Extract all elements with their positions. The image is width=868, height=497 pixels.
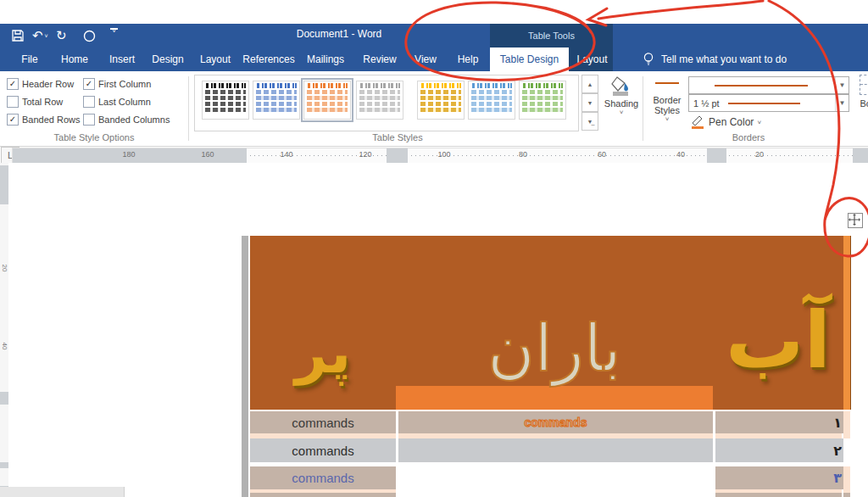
table-styles-gallery — [194, 75, 579, 131]
table-cell-spacer[interactable] — [250, 493, 396, 497]
redo-icon[interactable]: ↻ — [56, 28, 67, 43]
table-style-thumb-green-style[interactable] — [519, 81, 566, 120]
table-cell-spacer[interactable] — [398, 438, 713, 462]
checkbox-box[interactable] — [83, 114, 95, 126]
header-cell[interactable]: پر — [250, 236, 396, 393]
checkbox-banded-columns[interactable]: Banded Columns — [83, 114, 170, 126]
table-cell[interactable]: commands — [398, 411, 713, 433]
cell-text: ١ — [833, 415, 842, 431]
tell-me-box[interactable]: Tell me what you want to do — [643, 47, 787, 71]
header-cell[interactable]: آب — [713, 236, 843, 393]
save-icon[interactable] — [12, 28, 24, 43]
checkbox-total-row[interactable]: Total Row — [7, 96, 63, 108]
checkbox-label: First Column — [98, 79, 151, 89]
cell-text: ٣ — [833, 470, 842, 486]
word-window: Table Tools Document1 - Word ↶˅ ↻ ˅ File… — [0, 0, 868, 497]
table-move-handle-icon[interactable] — [848, 213, 863, 228]
lightbulb-icon — [643, 52, 654, 67]
border-styles-button[interactable]: Border Styles ˅ — [647, 76, 687, 123]
gallery-more-button[interactable]: ▼̲ — [581, 112, 598, 131]
tab-references[interactable]: References — [239, 47, 298, 71]
table-cell-spacer[interactable] — [843, 411, 850, 433]
gallery-scroll-down[interactable]: ▼ — [581, 93, 598, 112]
checkbox-header-row[interactable]: ✓Header Row — [7, 78, 74, 90]
red-arrow-head — [588, 8, 607, 25]
table-style-thumb-orange-style[interactable] — [303, 81, 351, 120]
tab-help[interactable]: Help — [449, 47, 487, 71]
table-edge-strip — [843, 236, 851, 410]
cell-text: commands — [525, 416, 587, 429]
title-bar — [0, 24, 868, 47]
table-cell-spacer[interactable] — [843, 493, 850, 497]
table-cell[interactable]: ٣ — [715, 466, 850, 489]
pen-color-icon — [690, 115, 704, 129]
undo-icon[interactable]: ↶˅ — [32, 28, 48, 43]
dropdown-arrow-icon[interactable]: ▼ — [835, 77, 849, 93]
horizontal-ruler[interactable]: 18016014012010080604020 — [12, 148, 868, 164]
table-cell[interactable]: ٢ — [715, 438, 850, 462]
table-style-thumb-blue-style[interactable] — [253, 81, 300, 120]
tab-table-design[interactable]: Table Design — [490, 47, 569, 71]
table-tools-label: Table Tools — [490, 24, 613, 47]
checkbox-box[interactable]: ✓ — [83, 78, 95, 90]
tab-home[interactable]: Home — [51, 47, 98, 71]
cell-text: commands — [292, 416, 353, 430]
tab-insert[interactable]: Insert — [100, 47, 144, 71]
ribbon: ✓Header Row✓First ColumnTotal RowLast Co… — [0, 71, 868, 147]
group-label-table-style-options: Table Style Options — [7, 132, 181, 142]
table-left-gutter — [242, 236, 248, 497]
table-cell[interactable]: commands — [250, 438, 396, 462]
tab-layout[interactable]: Layout — [568, 47, 616, 71]
tab-design[interactable]: Design — [144, 47, 192, 71]
table-cell[interactable]: commands — [250, 466, 396, 489]
tab-layout[interactable]: Layout — [192, 47, 239, 71]
cell-text: commands — [292, 444, 353, 458]
header-cell[interactable]: باران — [396, 236, 713, 393]
checkbox-box[interactable] — [83, 96, 95, 108]
table-cell[interactable]: ١ — [715, 411, 850, 433]
border-style-sample — [653, 76, 682, 90]
cell-text: commands — [292, 471, 353, 485]
checkbox-label: Banded Rows — [22, 114, 81, 125]
group-label-borders: Borders — [647, 132, 850, 142]
pen-weight-combo[interactable]: 1 ½ pt ▼ — [688, 94, 849, 112]
table-style-thumb-gold-style[interactable] — [417, 81, 465, 120]
checkbox-label: Header Row — [22, 79, 74, 89]
gallery-scroll-up[interactable]: ▲ — [581, 75, 598, 93]
page-edge-background — [0, 487, 125, 497]
table-cell[interactable]: commands — [250, 411, 396, 433]
table-cell-spacer[interactable] — [715, 493, 842, 497]
checkbox-box[interactable]: ✓ — [7, 114, 19, 126]
circle-icon[interactable] — [83, 28, 96, 43]
dropdown-arrow-icon[interactable]: ▼ — [835, 95, 849, 111]
group-label-table-styles: Table Styles — [194, 132, 601, 142]
cell-text: ٢ — [833, 443, 842, 459]
paint-bucket-icon — [610, 75, 632, 97]
table-cell-spacer[interactable] — [843, 466, 850, 489]
checkbox-label: Banded Columns — [98, 114, 170, 125]
checkbox-banded-rows[interactable]: ✓Banded Rows — [7, 114, 81, 126]
checkbox-last-column[interactable]: Last Column — [83, 96, 151, 108]
pen-style-combo[interactable]: ▼ — [688, 76, 849, 94]
table-style-thumb-gray-style[interactable] — [356, 81, 403, 120]
checkbox-first-column[interactable]: ✓First Column — [83, 78, 151, 90]
checkbox-box[interactable]: ✓ — [7, 78, 19, 90]
tab-file[interactable]: File — [12, 47, 47, 71]
tab-view[interactable]: View — [407, 47, 444, 71]
tell-me-label: Tell me what you want to do — [661, 53, 787, 65]
tab-mailings[interactable]: Mailings — [300, 47, 351, 71]
pen-color-button[interactable]: Pen Color ˅ — [690, 115, 761, 129]
table-style-thumb-black-style[interactable] — [202, 81, 249, 120]
customize-qat-icon[interactable]: ˅ — [110, 28, 118, 43]
tab-review[interactable]: Review — [356, 47, 403, 71]
red-arrow-line — [598, 1, 763, 19]
checkbox-label: Last Column — [98, 97, 151, 107]
pen-weight-value: 1 ½ pt — [693, 98, 720, 109]
checkbox-box[interactable] — [7, 96, 19, 108]
table-style-thumb-lightblue-style[interactable] — [468, 81, 515, 120]
borders-grid-icon — [860, 75, 868, 95]
shading-button[interactable]: Shading ˅ — [602, 75, 641, 116]
table-cell-spacer[interactable] — [843, 438, 850, 462]
borders-button[interactable]: Bord ˅ — [853, 75, 868, 116]
checkbox-label: Total Row — [22, 97, 63, 107]
